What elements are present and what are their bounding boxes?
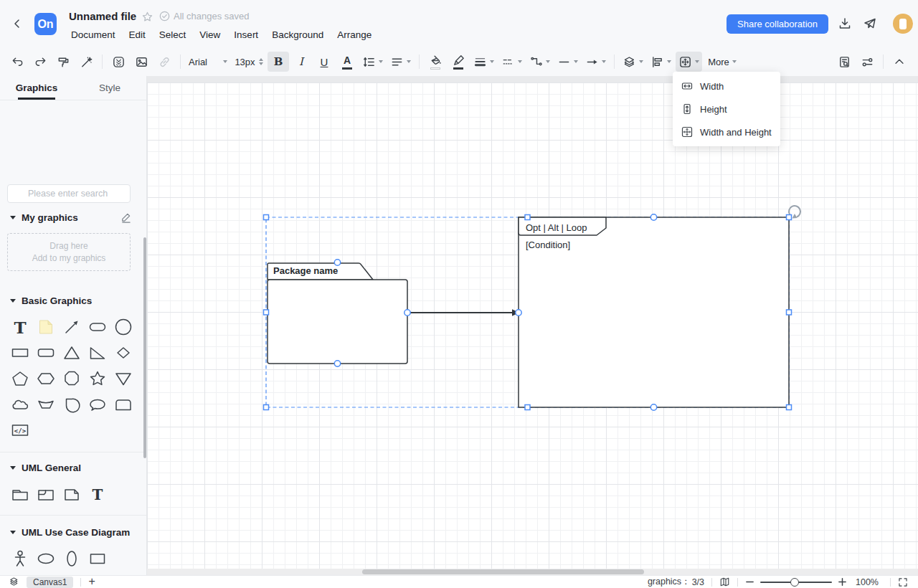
download-icon[interactable] <box>838 16 852 31</box>
shape-uml-frame[interactable] <box>36 485 56 505</box>
fill-color-button[interactable] <box>425 52 446 72</box>
redo-button[interactable] <box>29 52 51 72</box>
horizontal-scrollbar[interactable] <box>147 569 918 575</box>
shape-text[interactable]: T <box>10 317 30 337</box>
share-collaboration-button[interactable]: Share collaboration <box>727 14 828 34</box>
menu-edit[interactable]: Edit <box>129 29 146 40</box>
tab-graphics[interactable]: Graphics <box>0 76 73 100</box>
shape-uml-note[interactable] <box>62 485 82 505</box>
undo-button[interactable] <box>6 52 28 72</box>
shape-cloud[interactable] <box>10 394 30 414</box>
size-button[interactable] <box>676 52 702 72</box>
shape-flare-trapezoid[interactable] <box>36 394 56 414</box>
italic-button[interactable]: I <box>290 52 312 72</box>
canvas-area[interactable]: Package name Opt | Alt | Loop [Condition… <box>147 76 918 575</box>
shape-pill[interactable] <box>87 317 108 337</box>
menu-arrange[interactable]: Arrange <box>337 29 372 40</box>
menu-document[interactable]: Document <box>71 29 115 40</box>
more-button[interactable]: More <box>704 52 741 72</box>
menu-insert[interactable]: Insert <box>234 29 258 40</box>
layers-button[interactable] <box>620 52 646 72</box>
menu-view[interactable]: View <box>199 29 220 40</box>
zoom-slider[interactable] <box>760 577 832 587</box>
shape-uml-system-boundary[interactable] <box>87 549 108 569</box>
send-icon[interactable] <box>863 16 877 31</box>
minimap-icon[interactable] <box>719 577 730 587</box>
shape-triangle[interactable] <box>62 343 82 363</box>
section-basic-graphics[interactable]: Basic Graphics <box>0 295 92 306</box>
add-canvas-button[interactable]: + <box>88 575 95 588</box>
shape-rectangle[interactable] <box>10 343 30 363</box>
shape-octagon[interactable] <box>62 369 82 389</box>
zoom-level[interactable]: 100% <box>856 577 879 587</box>
align-distribute-button[interactable] <box>648 52 674 72</box>
shape-diamond[interactable] <box>113 343 133 363</box>
line-button[interactable] <box>554 52 581 72</box>
menu-background[interactable]: Background <box>272 29 323 40</box>
style-brush-button[interactable] <box>75 52 97 72</box>
fragment-label[interactable]: Opt | Alt | Loop <box>526 222 587 233</box>
font-family-select[interactable]: Arial <box>186 52 230 72</box>
line-spacing-button[interactable] <box>359 52 386 72</box>
font-color-button[interactable]: A <box>336 52 358 72</box>
collapse-toolbar-button[interactable] <box>889 52 910 72</box>
shape-circle[interactable] <box>113 317 133 337</box>
line-width-button[interactable] <box>470 52 497 72</box>
shape-uml-text[interactable]: T <box>87 485 108 505</box>
fragment-condition[interactable]: [Condition] <box>526 240 570 250</box>
shape-rounded-rectangle[interactable] <box>36 343 56 363</box>
shape-arrow[interactable] <box>62 317 82 337</box>
search-input[interactable] <box>7 184 131 203</box>
underline-button[interactable]: U <box>313 52 335 72</box>
file-title[interactable]: Unnamed file <box>69 10 136 22</box>
adjust-sliders-button[interactable] <box>856 52 878 72</box>
star-icon[interactable] <box>142 11 153 22</box>
bold-button[interactable]: B <box>268 52 289 72</box>
shape-speech-bubble[interactable] <box>87 394 108 414</box>
menu-item-width-and-height[interactable]: Width and Height <box>673 120 780 143</box>
menu-select[interactable]: Select <box>159 29 186 40</box>
shape-pentagon[interactable] <box>10 369 30 389</box>
arrow-button[interactable] <box>582 52 609 72</box>
stepper-arrows-icon[interactable] <box>259 58 263 65</box>
layers-panel-icon[interactable] <box>9 577 19 587</box>
connector-arrow[interactable] <box>407 309 519 316</box>
app-logo[interactable]: On <box>34 13 57 35</box>
section-my-graphics[interactable]: My graphics <box>0 212 147 223</box>
back-button[interactable] <box>11 18 23 29</box>
shape-right-triangle[interactable] <box>87 343 108 363</box>
zoom-in-button[interactable] <box>838 577 847 587</box>
zoom-out-button[interactable] <box>745 577 754 587</box>
horizontal-scrollbar-thumb[interactable] <box>362 569 644 574</box>
package-label[interactable]: Package name <box>273 265 338 276</box>
tab-style[interactable]: Style <box>73 76 146 100</box>
canvas-tab[interactable]: Canvas1 <box>27 577 73 588</box>
zoom-slider-knob[interactable] <box>790 578 799 587</box>
shape-star[interactable] <box>87 369 108 389</box>
uml-package-shape[interactable]: Package name <box>268 263 407 364</box>
shape-uml-usecase-ellipse[interactable] <box>36 549 56 569</box>
font-size-stepper[interactable]: 13px <box>232 52 266 72</box>
section-uml-usecase[interactable]: UML Use Case Diagram <box>0 527 130 538</box>
shape-note[interactable] <box>36 317 56 337</box>
section-uml-general[interactable]: UML General <box>0 463 81 473</box>
sidebar-scrollbar[interactable] <box>143 237 146 458</box>
shape-uml-package[interactable] <box>10 485 30 505</box>
text-align-button[interactable] <box>387 52 414 72</box>
menu-item-width[interactable]: Width <box>673 75 780 98</box>
shape-uml-actor[interactable] <box>10 549 30 569</box>
fullscreen-icon[interactable] <box>898 577 908 587</box>
avatar[interactable] <box>893 14 913 34</box>
my-graphics-dropzone[interactable]: Drag here Add to my graphics <box>7 233 131 271</box>
shape-code-block[interactable]: </> <box>10 420 30 440</box>
line-style-button[interactable] <box>498 52 525 72</box>
shape-teardrop[interactable] <box>62 394 82 414</box>
pattern-button[interactable] <box>108 52 129 72</box>
shape-rounded-top-rectangle[interactable] <box>113 394 133 414</box>
shape-uml-oval[interactable] <box>62 549 82 569</box>
uml-fragment-frame[interactable]: Opt | Alt | Loop [Condition] <box>519 217 789 407</box>
stroke-color-button[interactable] <box>448 52 469 72</box>
connector-type-button[interactable] <box>526 52 553 72</box>
menu-item-height[interactable]: Height <box>673 98 780 120</box>
find-replace-button[interactable] <box>833 52 855 72</box>
